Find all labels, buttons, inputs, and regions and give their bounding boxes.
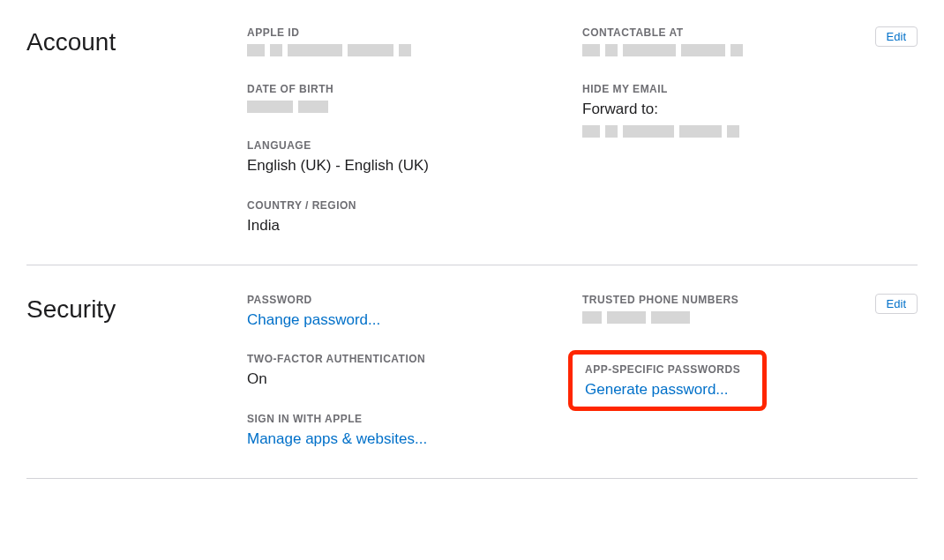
account-section: Account Edit APPLE ID DATE OF BIRTH LANG… (26, 26, 918, 265)
date-of-birth-label: DATE OF BIRTH (247, 83, 582, 95)
two-factor-field: TWO-FACTOR AUTHENTICATION On (247, 353, 582, 390)
security-col-left: PASSWORD Change password... TWO-FACTOR A… (247, 294, 582, 450)
security-col-right: TRUSTED PHONE NUMBERS APP-SPECIFIC PASSW… (582, 294, 918, 450)
hide-my-email-value-redacted (582, 125, 745, 138)
two-factor-label: TWO-FACTOR AUTHENTICATION (247, 353, 582, 365)
date-of-birth-field: DATE OF BIRTH (247, 83, 582, 116)
language-label: LANGUAGE (247, 139, 582, 152)
security-body: PASSWORD Change password... TWO-FACTOR A… (247, 294, 918, 450)
country-region-value: India (247, 215, 582, 236)
trusted-phone-label: TRUSTED PHONE NUMBERS (582, 294, 918, 306)
date-of-birth-value-redacted (247, 101, 333, 113)
contactable-at-field: CONTACTABLE AT (582, 26, 918, 60)
two-factor-value: On (247, 369, 582, 390)
hide-my-email-forward-label: Forward to: (582, 99, 918, 120)
hide-my-email-field: HIDE MY EMAIL Forward to: (582, 83, 918, 138)
app-specific-passwords-highlight: APP-SPECIFIC PASSWORDS Generate password… (568, 350, 767, 412)
country-region-label: COUNTRY / REGION (247, 199, 582, 212)
security-title: Security (26, 294, 247, 450)
language-field: LANGUAGE English (UK) - English (UK) (247, 139, 582, 176)
generate-password-link[interactable]: Generate password... (585, 379, 750, 400)
change-password-link[interactable]: Change password... (247, 310, 582, 331)
trusted-phone-value-redacted (582, 311, 695, 324)
contactable-at-label: CONTACTABLE AT (582, 26, 918, 39)
sign-in-with-apple-label: SIGN IN WITH APPLE (247, 413, 582, 425)
country-region-field: COUNTRY / REGION India (247, 199, 582, 236)
apple-id-label: APPLE ID (247, 26, 582, 39)
account-title: Account (26, 26, 247, 236)
account-col-left: APPLE ID DATE OF BIRTH LANGUAGE English … (247, 26, 582, 236)
language-value: English (UK) - English (UK) (247, 155, 582, 176)
password-label: PASSWORD (247, 294, 582, 306)
security-section: Security Edit PASSWORD Change password..… (26, 294, 918, 479)
manage-apps-websites-link[interactable]: Manage apps & websites... (247, 429, 582, 450)
app-specific-passwords-label: APP-SPECIFIC PASSWORDS (585, 363, 750, 376)
account-edit-button[interactable]: Edit (875, 26, 918, 47)
trusted-phone-field: TRUSTED PHONE NUMBERS (582, 294, 918, 327)
app-specific-passwords-field: APP-SPECIFIC PASSWORDS Generate password… (585, 363, 750, 400)
sign-in-with-apple-field: SIGN IN WITH APPLE Manage apps & website… (247, 413, 582, 450)
account-body: APPLE ID DATE OF BIRTH LANGUAGE English … (247, 26, 918, 236)
account-col-right: CONTACTABLE AT HIDE MY EMAIL Forward to: (582, 26, 918, 236)
contactable-at-value-redacted (582, 44, 748, 56)
apple-id-value-redacted (247, 44, 416, 56)
apple-id-field: APPLE ID (247, 26, 582, 60)
hide-my-email-label: HIDE MY EMAIL (582, 83, 918, 95)
security-edit-button[interactable]: Edit (875, 294, 918, 314)
password-field: PASSWORD Change password... (247, 294, 582, 331)
